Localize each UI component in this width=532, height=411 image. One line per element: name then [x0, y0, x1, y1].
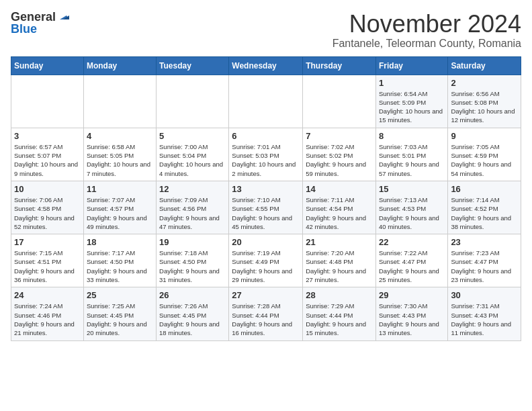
day-number: 29: [379, 290, 445, 300]
day-number: 24: [14, 290, 81, 300]
title-block: November 2024 Fantanele, Teleorman Count…: [332, 11, 521, 50]
day-number: 2: [451, 78, 518, 88]
day-info: Sunrise: 7:17 AM Sunset: 4:50 PM Dayligh…: [87, 248, 153, 284]
day-number: 5: [159, 131, 226, 141]
day-info: Sunrise: 7:18 AM Sunset: 4:50 PM Dayligh…: [159, 248, 226, 284]
weekday-header-saturday: Saturday: [448, 56, 521, 75]
day-number: 19: [159, 237, 226, 247]
week-row-5: 24Sunrise: 7:24 AM Sunset: 4:46 PM Dayli…: [11, 287, 521, 340]
calendar-cell: 24Sunrise: 7:24 AM Sunset: 4:46 PM Dayli…: [11, 287, 84, 340]
calendar-cell: 3Sunrise: 6:57 AM Sunset: 5:07 PM Daylig…: [11, 128, 84, 181]
calendar-cell: 15Sunrise: 7:13 AM Sunset: 4:53 PM Dayli…: [375, 181, 447, 234]
day-info: Sunrise: 7:07 AM Sunset: 4:57 PM Dayligh…: [87, 195, 153, 231]
day-info: Sunrise: 7:25 AM Sunset: 4:45 PM Dayligh…: [87, 302, 153, 337]
calendar-cell: 17Sunrise: 7:15 AM Sunset: 4:51 PM Dayli…: [11, 234, 84, 287]
calendar-cell: 2Sunrise: 6:56 AM Sunset: 5:08 PM Daylig…: [448, 75, 521, 128]
calendar-cell: 21Sunrise: 7:20 AM Sunset: 4:48 PM Dayli…: [303, 234, 376, 287]
weekday-header-thursday: Thursday: [303, 56, 376, 75]
day-number: 23: [451, 237, 518, 247]
day-info: Sunrise: 7:22 AM Sunset: 4:47 PM Dayligh…: [379, 248, 445, 284]
day-info: Sunrise: 7:09 AM Sunset: 4:56 PM Dayligh…: [159, 195, 226, 231]
calendar-cell: 16Sunrise: 7:14 AM Sunset: 4:52 PM Dayli…: [448, 181, 521, 234]
calendar-cell: 19Sunrise: 7:18 AM Sunset: 4:50 PM Dayli…: [157, 234, 229, 287]
calendar-cell: 8Sunrise: 7:03 AM Sunset: 5:01 PM Daylig…: [375, 128, 447, 181]
day-info: Sunrise: 7:02 AM Sunset: 5:02 PM Dayligh…: [306, 142, 373, 178]
logo-icon: [57, 10, 69, 22]
day-number: 11: [87, 184, 153, 194]
month-title: November 2024: [332, 11, 521, 38]
weekday-header-sunday: Sunday: [11, 56, 84, 75]
day-number: 28: [306, 290, 373, 300]
week-row-1: 1Sunrise: 6:54 AM Sunset: 5:09 PM Daylig…: [11, 75, 521, 128]
day-info: Sunrise: 7:14 AM Sunset: 4:52 PM Dayligh…: [451, 195, 518, 231]
day-info: Sunrise: 7:15 AM Sunset: 4:51 PM Dayligh…: [14, 248, 81, 284]
day-info: Sunrise: 7:19 AM Sunset: 4:49 PM Dayligh…: [232, 248, 300, 284]
calendar-cell: 6Sunrise: 7:01 AM Sunset: 5:03 PM Daylig…: [229, 128, 303, 181]
calendar-table: SundayMondayTuesdayWednesdayThursdayFrid…: [11, 56, 521, 341]
day-info: Sunrise: 7:13 AM Sunset: 4:53 PM Dayligh…: [379, 195, 445, 231]
day-info: Sunrise: 6:54 AM Sunset: 5:09 PM Dayligh…: [379, 89, 445, 125]
calendar-cell: 25Sunrise: 7:25 AM Sunset: 4:45 PM Dayli…: [83, 287, 156, 340]
logo: General Blue: [11, 11, 69, 35]
calendar-cell: 10Sunrise: 7:06 AM Sunset: 4:58 PM Dayli…: [11, 181, 84, 234]
calendar-cell: [157, 75, 229, 128]
calendar-cell: [303, 75, 376, 128]
calendar-cell: 11Sunrise: 7:07 AM Sunset: 4:57 PM Dayli…: [83, 181, 156, 234]
day-info: Sunrise: 6:58 AM Sunset: 5:05 PM Dayligh…: [87, 142, 153, 178]
week-row-2: 3Sunrise: 6:57 AM Sunset: 5:07 PM Daylig…: [11, 128, 521, 181]
day-info: Sunrise: 7:24 AM Sunset: 4:46 PM Dayligh…: [14, 302, 81, 337]
day-number: 7: [306, 131, 373, 141]
logo-blue-text: Blue: [11, 23, 37, 35]
day-number: 15: [379, 184, 445, 194]
day-number: 1: [379, 78, 445, 88]
calendar-cell: [11, 75, 84, 128]
calendar-cell: 23Sunrise: 7:23 AM Sunset: 4:47 PM Dayli…: [448, 234, 521, 287]
day-number: 18: [87, 237, 153, 247]
day-info: Sunrise: 7:01 AM Sunset: 5:03 PM Dayligh…: [232, 142, 300, 178]
day-number: 14: [306, 184, 373, 194]
calendar-cell: 7Sunrise: 7:02 AM Sunset: 5:02 PM Daylig…: [303, 128, 376, 181]
calendar-cell: 9Sunrise: 7:05 AM Sunset: 4:59 PM Daylig…: [448, 128, 521, 181]
calendar-cell: 27Sunrise: 7:28 AM Sunset: 4:44 PM Dayli…: [229, 287, 303, 340]
page-header: General Blue November 2024 Fantanele, Te…: [11, 11, 521, 50]
day-info: Sunrise: 7:05 AM Sunset: 4:59 PM Dayligh…: [451, 142, 518, 178]
week-row-3: 10Sunrise: 7:06 AM Sunset: 4:58 PM Dayli…: [11, 181, 521, 234]
calendar-cell: 12Sunrise: 7:09 AM Sunset: 4:56 PM Dayli…: [157, 181, 229, 234]
logo-general-text: General: [11, 11, 56, 23]
day-info: Sunrise: 7:11 AM Sunset: 4:54 PM Dayligh…: [306, 195, 373, 231]
calendar-cell: 22Sunrise: 7:22 AM Sunset: 4:47 PM Dayli…: [375, 234, 447, 287]
day-info: Sunrise: 7:23 AM Sunset: 4:47 PM Dayligh…: [451, 248, 518, 284]
day-info: Sunrise: 7:29 AM Sunset: 4:44 PM Dayligh…: [306, 302, 373, 337]
calendar-cell: 20Sunrise: 7:19 AM Sunset: 4:49 PM Dayli…: [229, 234, 303, 287]
day-info: Sunrise: 7:00 AM Sunset: 5:04 PM Dayligh…: [159, 142, 226, 178]
day-info: Sunrise: 7:10 AM Sunset: 4:55 PM Dayligh…: [232, 195, 300, 231]
day-number: 9: [451, 131, 518, 141]
weekday-header-friday: Friday: [375, 56, 447, 75]
weekday-header-wednesday: Wednesday: [229, 56, 303, 75]
day-number: 8: [379, 131, 445, 141]
calendar-cell: [83, 75, 156, 128]
calendar-cell: 30Sunrise: 7:31 AM Sunset: 4:43 PM Dayli…: [448, 287, 521, 340]
day-number: 26: [159, 290, 226, 300]
day-number: 12: [159, 184, 226, 194]
day-info: Sunrise: 7:31 AM Sunset: 4:43 PM Dayligh…: [451, 302, 518, 337]
day-number: 13: [232, 184, 300, 194]
day-info: Sunrise: 7:28 AM Sunset: 4:44 PM Dayligh…: [232, 302, 300, 337]
calendar-cell: [229, 75, 303, 128]
calendar-cell: 26Sunrise: 7:26 AM Sunset: 4:45 PM Dayli…: [157, 287, 229, 340]
day-number: 6: [232, 131, 300, 141]
day-number: 30: [451, 290, 518, 300]
calendar-cell: 13Sunrise: 7:10 AM Sunset: 4:55 PM Dayli…: [229, 181, 303, 234]
location-title: Fantanele, Teleorman County, Romania: [332, 38, 521, 50]
calendar-cell: 5Sunrise: 7:00 AM Sunset: 5:04 PM Daylig…: [157, 128, 229, 181]
day-number: 27: [232, 290, 300, 300]
day-number: 20: [232, 237, 300, 247]
day-number: 16: [451, 184, 518, 194]
day-number: 22: [379, 237, 445, 247]
day-number: 10: [14, 184, 81, 194]
day-number: 3: [14, 131, 81, 141]
day-info: Sunrise: 7:20 AM Sunset: 4:48 PM Dayligh…: [306, 248, 373, 284]
day-number: 17: [14, 237, 81, 247]
day-info: Sunrise: 7:03 AM Sunset: 5:01 PM Dayligh…: [379, 142, 445, 178]
calendar-cell: 18Sunrise: 7:17 AM Sunset: 4:50 PM Dayli…: [83, 234, 156, 287]
